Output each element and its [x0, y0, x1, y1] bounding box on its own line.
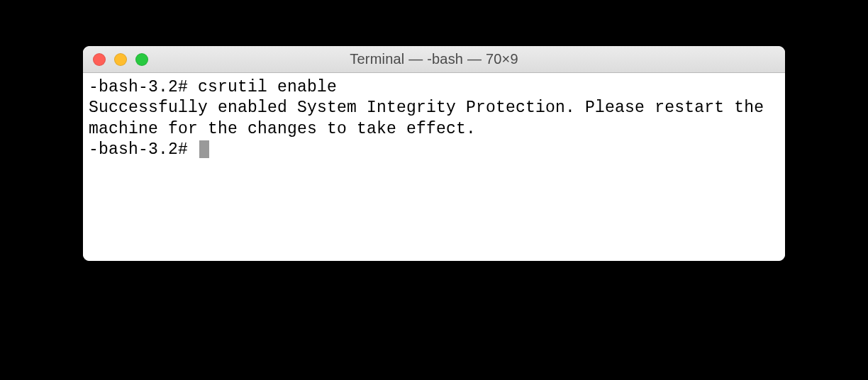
window-title: Terminal — -bash — 70×9 — [83, 51, 785, 67]
zoom-icon[interactable] — [135, 53, 148, 66]
window-titlebar[interactable]: Terminal — -bash — 70×9 — [83, 46, 785, 73]
shell-prompt: -bash-3.2# — [89, 78, 198, 96]
close-icon[interactable] — [93, 53, 106, 66]
text-cursor — [199, 140, 209, 158]
shell-command: csrutil enable — [198, 78, 337, 96]
shell-prompt: -bash-3.2# — [89, 140, 198, 159]
shell-output: Successfully enabled System Integrity Pr… — [89, 98, 779, 140]
terminal-content[interactable]: -bash-3.2# csrutil enableSuccessfully en… — [83, 73, 785, 261]
terminal-window: Terminal — -bash — 70×9 -bash-3.2# csrut… — [83, 46, 785, 261]
minimize-icon[interactable] — [114, 53, 127, 66]
traffic-lights — [83, 53, 148, 66]
